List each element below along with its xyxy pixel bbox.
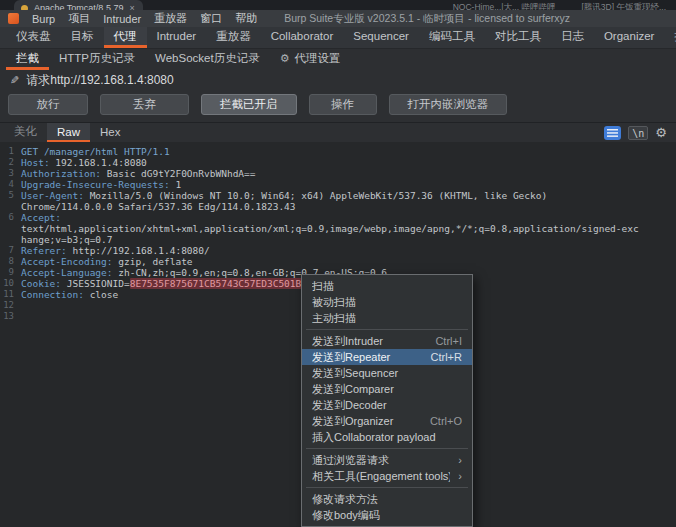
request-row: 1GET /manager/html HTTP/1.1 — [0, 146, 676, 157]
request-row: hange;v=b3;q=0.7 — [0, 234, 676, 245]
submenu-arrow-icon: › — [458, 468, 462, 484]
intercept-toolbar: 放行 丢弃 拦截已开启 操作 打开内嵌浏览器 — [0, 91, 676, 122]
window-title: Burp Suite专业版 v2023.5.1 - 临时项目 - license… — [284, 12, 570, 26]
forward-button[interactable]: 放行 — [8, 94, 88, 115]
request-row: 8Accept-Encoding: gzip, deflate — [0, 256, 676, 267]
request-line-text[interactable]: Cookie: JSESSIONID=8E7535F875671CB5743C5… — [21, 278, 313, 289]
main-tabs: 仪表盘目标代理Intruder重放器CollaboratorSequencer编… — [0, 27, 676, 49]
menu-item-发送到Intruder[interactable]: 发送到IntruderCtrl+I — [302, 333, 472, 349]
request-line-text[interactable]: Chrome/114.0.0.0 Safari/537.36 Edg/114.0… — [21, 201, 296, 212]
tab-Collaborator[interactable]: Collaborator — [261, 27, 344, 48]
menu-burp[interactable]: Burp — [32, 13, 55, 25]
proxy-tab-HTTP历史记录[interactable]: HTTP历史记录 — [49, 49, 145, 70]
request-line-text[interactable]: Authorization: Basic dG9tY2F0OnRvbWNhdA=… — [21, 168, 256, 179]
editor-tab-Hex[interactable]: Hex — [90, 123, 130, 142]
proxy-tab-拦截[interactable]: 拦截 — [6, 49, 49, 70]
request-line-text[interactable]: Referer: http://192.168.1.4:8080/ — [21, 245, 210, 256]
request-line-text[interactable]: Connection: close — [21, 289, 118, 300]
request-row: 4Upgrade-Insecure-Requests: 1 — [0, 179, 676, 190]
context-menu: 扫描被动扫描主动扫描发送到IntruderCtrl+I发送到RepeaterCt… — [301, 274, 473, 527]
editor-settings-gear-icon[interactable]: ⚙ — [655, 126, 667, 140]
request-line-text[interactable]: hange;v=b3;q=0.7 — [21, 234, 113, 245]
close-icon[interactable]: × — [129, 3, 134, 10]
menu-item-发送到Sequencer[interactable]: 发送到Sequencer — [302, 365, 472, 381]
tab-编码工具[interactable]: 编码工具 — [419, 27, 485, 48]
submenu-arrow-icon: › — [458, 452, 462, 468]
intercept-header: ✎ 请求http://192.168.1.4:8080 — [0, 70, 676, 91]
tab-proxy-settings[interactable]: ⚙ 代理设置 — [270, 49, 351, 70]
open-browser-button[interactable]: 打开内嵌浏览器 — [389, 94, 508, 115]
menu-item-发送到Organizer[interactable]: 发送到OrganizerCtrl+O — [302, 413, 472, 429]
gear-icon: ⚙ — [280, 52, 290, 65]
tab-重放器[interactable]: 重放器 — [206, 27, 261, 48]
request-line-text[interactable]: GET /manager/html HTTP/1.1 — [21, 146, 170, 157]
request-line-text[interactable]: Upgrade-Insecure-Requests: 1 — [21, 179, 181, 190]
line-number: 1 — [0, 146, 21, 157]
menu-intruder[interactable]: Intruder — [103, 13, 141, 25]
line-number: 10 — [0, 278, 21, 289]
line-number — [0, 201, 21, 212]
burp-logo-icon — [8, 13, 19, 24]
line-number: 5 — [0, 190, 21, 201]
line-number: 4 — [0, 179, 21, 190]
menu-repeater[interactable]: 重放器 — [154, 11, 187, 26]
menu-window[interactable]: 窗口 — [200, 11, 222, 26]
line-number: 2 — [0, 157, 21, 168]
intercepted-request-label: 请求http://192.168.1.4:8080 — [26, 72, 173, 89]
editor-tab-list: 美化RawHex — [4, 123, 130, 142]
menu-item-发送到Comparer[interactable]: 发送到Comparer — [302, 381, 472, 397]
request-row: 5User-Agent: Mozilla/5.0 (Windows NT 10.… — [0, 190, 676, 201]
pencil-icon: ✎ — [10, 74, 19, 87]
tab-日志[interactable]: 日志 — [551, 27, 594, 48]
menu-separator — [306, 448, 468, 449]
request-row: Chrome/114.0.0.0 Safari/537.36 Edg/114.0… — [0, 201, 676, 212]
browser-tab[interactable]: Apache Tomcat/8.5.79 × — [14, 0, 143, 10]
line-number: 3 — [0, 168, 21, 179]
burp-menubar: Burp 项目 Intruder 重放器 窗口 帮助 Burp Suite专业版… — [0, 10, 676, 27]
request-line-text[interactable]: Accept-Encoding: gzip, deflate — [21, 256, 193, 267]
intercept-toggle-button[interactable]: 拦截已开启 — [201, 94, 297, 115]
editor-tab-美化[interactable]: 美化 — [4, 123, 47, 142]
tab-对比工具[interactable]: 对比工具 — [485, 27, 551, 48]
request-line-text[interactable]: text/html,application/xhtml+xml,applicat… — [21, 223, 639, 234]
browser-tab-title: Apache Tomcat/8.5.79 — [34, 3, 123, 10]
proxy-tab-WebSocket历史记录[interactable]: WebSocket历史记录 — [145, 49, 270, 70]
request-line-text[interactable]: Host: 192.168.1.4:8080 — [21, 157, 147, 168]
menu-help[interactable]: 帮助 — [235, 11, 257, 26]
menu-item-被动扫描[interactable]: 被动扫描 — [302, 294, 472, 310]
menu-project[interactable]: 项目 — [68, 11, 90, 26]
line-number: 8 — [0, 256, 21, 267]
action-button[interactable]: 操作 — [309, 94, 377, 115]
background-window-strip: Apache Tomcat/8.5.79 × NOC-Hime...|大... … — [0, 0, 676, 10]
line-number: 9 — [0, 267, 21, 278]
tab-Sequencer[interactable]: Sequencer — [343, 27, 419, 48]
menu-item-发送到Decoder[interactable]: 发送到Decoder — [302, 397, 472, 413]
request-line-text[interactable]: Accept: — [21, 212, 61, 223]
menu-item-相关工具(Engagement tools)[interactable]: 相关工具(Engagement tools)› — [302, 468, 472, 484]
editor-tabs: 美化RawHex \n ⚙ — [0, 122, 676, 142]
menu-separator — [306, 487, 468, 488]
menu-item-插入Collaborator payload[interactable]: 插入Collaborator payload — [302, 429, 472, 445]
tab-代理[interactable]: 代理 — [104, 27, 147, 48]
drop-button[interactable]: 丢弃 — [100, 94, 189, 115]
menu-item-发送到Repeater[interactable]: 发送到RepeaterCtrl+R — [302, 349, 472, 365]
menu-item-主动扫描[interactable]: 主动扫描 — [302, 310, 472, 326]
request-line-text[interactable]: User-Agent: Mozilla/5.0 (Windows NT 10.0… — [21, 190, 547, 201]
nonprinting-chars-icon[interactable]: \n — [628, 126, 648, 140]
background-window-titles: NOC-Hime...|大... 哔哩哔哩 [腾讯3D] 午饭重现经... — [453, 0, 676, 10]
tab-目标[interactable]: 目标 — [61, 27, 104, 48]
menu-item-修改请求方法[interactable]: 修改请求方法 — [302, 491, 472, 507]
tab-Intruder[interactable]: Intruder — [147, 27, 207, 48]
menu-item-修改body编码[interactable]: 修改body编码 — [302, 507, 472, 523]
menu-item-通过浏览器请求[interactable]: 通过浏览器请求› — [302, 452, 472, 468]
blue-lines-icon[interactable] — [604, 126, 621, 140]
editor-tab-Raw[interactable]: Raw — [47, 123, 90, 142]
tab-扩展[interactable]: 扩展 — [664, 27, 676, 48]
line-number — [0, 223, 21, 234]
line-number: 13 — [0, 311, 21, 322]
proxy-settings-label: 代理设置 — [295, 51, 341, 66]
tab-仪表盘[interactable]: 仪表盘 — [6, 27, 61, 48]
tab-Organizer[interactable]: Organizer — [594, 27, 665, 48]
menu-item-扫描[interactable]: 扫描 — [302, 278, 472, 294]
request-row: 6Accept: — [0, 212, 676, 223]
